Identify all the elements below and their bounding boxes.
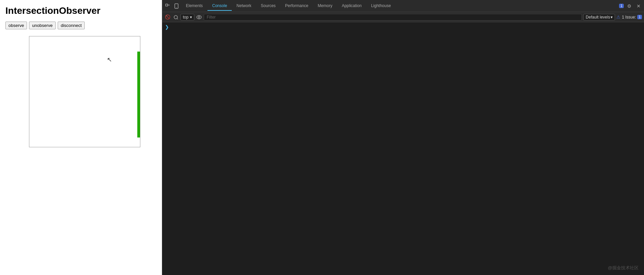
context-value: top: [183, 15, 189, 20]
devtools-topbar: Elements Console Network Sources Perform…: [162, 0, 644, 12]
issues-warning-icon: ⚠: [616, 14, 620, 20]
tab-lighthouse[interactable]: Lighthouse: [366, 1, 396, 11]
tab-application[interactable]: Application: [337, 1, 366, 11]
disconnect-button[interactable]: disconnect: [58, 22, 85, 29]
issues-number-badge: 1: [637, 15, 642, 19]
tab-sources[interactable]: Sources: [256, 1, 280, 11]
console-toolbar: 🚫 top ▾ Default levels ▾ ⚠ 1 Issue: 1: [162, 12, 644, 22]
devtools-topbar-right: 1 ⚙ ✕: [619, 2, 643, 10]
tab-performance[interactable]: Performance: [280, 1, 313, 11]
observer-box: ↖: [29, 36, 140, 147]
svg-point-4: [174, 16, 177, 19]
unobserve-button[interactable]: unobserve: [29, 22, 56, 29]
observer-box-container: ↖: [29, 36, 140, 147]
context-chevron-icon: ▾: [190, 15, 192, 20]
console-content[interactable]: ❯: [162, 22, 644, 275]
tab-elements[interactable]: Elements: [181, 1, 207, 11]
prompt-arrow-icon: ❯: [165, 24, 169, 30]
console-prompt-line: ❯: [162, 24, 644, 30]
issues-count-badge: 1: [619, 4, 624, 8]
svg-rect-0: [166, 4, 168, 6]
cursor-icon: ↖: [107, 56, 112, 63]
tab-network[interactable]: Network: [232, 1, 256, 11]
default-levels-label: Default levels: [586, 15, 610, 20]
inspect-element-icon[interactable]: [164, 2, 172, 10]
tab-memory[interactable]: Memory: [313, 1, 337, 11]
svg-point-7: [198, 16, 200, 18]
watermark: @掘金技术社区: [608, 265, 639, 271]
default-levels-selector[interactable]: Default levels ▾: [583, 14, 615, 21]
observe-button[interactable]: observe: [5, 22, 27, 29]
tab-console[interactable]: Console: [207, 1, 232, 11]
svg-point-3: [176, 7, 177, 8]
svg-point-6: [197, 16, 201, 19]
green-indicator-bar: [137, 52, 140, 138]
page-title: IntersectionObserver: [5, 5, 157, 16]
svg-line-5: [177, 19, 178, 19]
mobile-icon[interactable]: [172, 2, 180, 10]
eye-icon[interactable]: [196, 14, 202, 21]
filter-input[interactable]: [204, 14, 582, 21]
clear-console-icon[interactable]: 🚫: [164, 14, 171, 21]
context-selector[interactable]: top ▾: [180, 14, 194, 21]
devtools-tabs: Elements Console Network Sources Perform…: [181, 1, 396, 11]
settings-icon[interactable]: ⚙: [625, 2, 633, 10]
devtools-panel: Elements Console Network Sources Perform…: [162, 0, 644, 275]
filter-icon[interactable]: [172, 14, 179, 21]
buttons-row: observe unobserve disconnect: [5, 22, 157, 29]
default-levels-chevron-icon: ▾: [611, 15, 613, 20]
close-devtools-icon[interactable]: ✕: [635, 2, 643, 10]
web-page-panel: IntersectionObserver observe unobserve d…: [0, 0, 162, 275]
issues-label: 1 Issue:: [622, 15, 636, 20]
issues-badge: ⚠ 1 Issue: 1: [616, 14, 642, 20]
